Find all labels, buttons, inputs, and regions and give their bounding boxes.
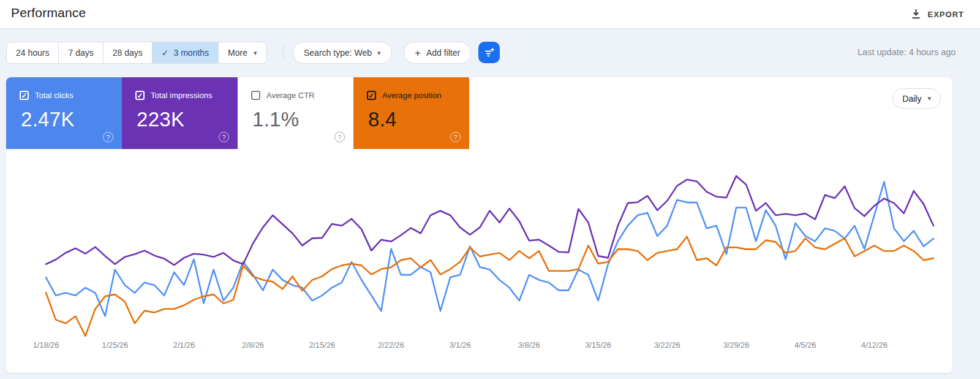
filter-sparkle-icon	[483, 46, 496, 59]
header-bar: Performance EXPORT	[0, 0, 980, 29]
export-label: EXPORT	[928, 10, 964, 19]
range-label: 3 months	[174, 48, 209, 58]
metrics-card: ✓ Total clicks 2.47K ? ✓ Total impressio…	[6, 77, 952, 373]
date-range-group: 24 hours 7 days 28 days ✓ 3 months More …	[6, 42, 267, 64]
x-axis-label: 2/1/26	[173, 340, 195, 350]
search-type-label: Search type: Web	[304, 48, 372, 58]
performance-chart[interactable]: 1/18/261/25/262/1/262/8/262/15/262/22/26…	[6, 77, 952, 373]
chart-line-total-impressions[interactable]	[46, 176, 933, 265]
last-update-text: Last update: 4 hours ago	[858, 47, 980, 57]
x-axis-label: 3/1/26	[449, 340, 471, 350]
x-axis-label: 3/15/26	[585, 340, 611, 350]
x-axis-label: 1/25/26	[102, 340, 128, 350]
x-axis-label: 3/8/26	[518, 340, 540, 350]
range-label: 24 hours	[16, 48, 49, 58]
add-filter-chip[interactable]: + Add filter	[404, 42, 471, 64]
more-button[interactable]: More ▾	[219, 42, 266, 64]
x-axis-label: 3/22/26	[654, 340, 680, 350]
range-28-days[interactable]: 28 days	[104, 42, 153, 64]
add-filter-label: Add filter	[426, 48, 460, 58]
chart-svg[interactable]: 1/18/261/25/262/1/262/8/262/15/262/22/26…	[6, 77, 952, 373]
x-axis-label: 4/5/26	[794, 340, 816, 350]
chart-line-average-position[interactable]	[46, 237, 933, 336]
search-type-chip[interactable]: Search type: Web ▾	[293, 42, 392, 64]
chevron-down-icon: ▾	[377, 50, 381, 56]
range-7-days[interactable]: 7 days	[59, 42, 103, 64]
chart-line-total-clicks[interactable]	[46, 182, 933, 316]
x-axis-label: 2/22/26	[378, 340, 404, 350]
x-axis-label: 1/18/26	[33, 340, 59, 350]
page-title: Performance	[11, 6, 86, 20]
x-axis-label: 3/29/26	[723, 340, 750, 350]
check-icon: ✓	[162, 48, 169, 58]
plus-icon: +	[415, 48, 421, 58]
more-label: More	[228, 48, 247, 58]
x-axis-label: 4/12/26	[861, 340, 888, 350]
range-label: 7 days	[68, 48, 93, 58]
range-3-months[interactable]: ✓ 3 months	[153, 42, 219, 64]
x-axis-label: 2/8/26	[242, 340, 264, 350]
toolbar-divider	[283, 45, 284, 60]
export-button[interactable]: EXPORT	[911, 5, 964, 23]
download-icon	[911, 9, 921, 20]
chevron-down-icon: ▾	[254, 50, 257, 56]
x-axis-label: 2/15/26	[309, 340, 335, 350]
range-24-hours[interactable]: 24 hours	[6, 42, 59, 64]
range-label: 28 days	[113, 48, 143, 58]
filter-settings-button[interactable]	[478, 42, 500, 63]
